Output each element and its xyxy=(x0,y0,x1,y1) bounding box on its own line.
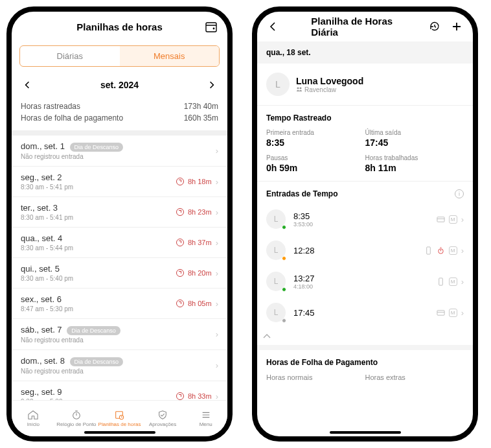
entry-time: 13:27 xyxy=(293,274,437,283)
rest-badge: Dia de Descanso xyxy=(67,326,120,335)
clock-icon xyxy=(176,208,184,216)
phone-left: Planilhas de horas Diárias Mensais set. … xyxy=(6,6,233,442)
day-row[interactable]: sáb., set. 7 Dia de DescansoNão registro… xyxy=(12,319,227,350)
day-sub: Não registrou entrada xyxy=(21,368,216,375)
team-icon xyxy=(296,86,303,93)
day-name: qua., set. 4 xyxy=(21,233,176,243)
day-row[interactable]: qua., set. 48:30 am - 5:44 pm8h 37m› xyxy=(12,228,227,258)
month-label: set. 2024 xyxy=(100,80,139,90)
day-name: ter., set. 3 xyxy=(21,203,176,213)
page-title: Planilha de Horas Diária xyxy=(311,16,419,38)
day-row[interactable]: ter., set. 38:30 am - 5:41 pm8h 23m› xyxy=(12,197,227,228)
day-row[interactable]: sex., set. 68:47 am - 5:30 pm8h 05m› xyxy=(12,289,227,319)
tab-menu[interactable]: Menu xyxy=(184,401,227,436)
chevron-right-icon: › xyxy=(461,215,464,224)
tracked-hours-value: 173h 40m xyxy=(184,102,218,111)
phone-icon xyxy=(437,277,445,286)
break-icon xyxy=(437,246,445,255)
svg-line-14 xyxy=(435,27,436,27)
day-name: sex., set. 6 xyxy=(21,294,176,304)
svg-point-18 xyxy=(300,88,302,89)
time-entry[interactable]: L 17:45 M› xyxy=(257,297,473,328)
day-name: dom., set. 1 Dia de Descanso xyxy=(21,141,216,152)
entry-time: 17:45 xyxy=(293,308,437,318)
tab-home[interactable]: Início xyxy=(12,401,55,436)
time-entry[interactable]: L 8:35 3:53:00 M› xyxy=(257,204,473,235)
tab-monthly[interactable]: Mensais xyxy=(120,46,220,66)
prev-month-icon[interactable] xyxy=(23,81,31,89)
tracked-time-title: Tempo Rastreado xyxy=(257,106,473,126)
svg-rect-0 xyxy=(206,23,216,32)
calendar-icon[interactable] xyxy=(204,19,218,34)
day-sub: Não registrou entrada xyxy=(21,336,216,344)
user-name: Luna Lovegood xyxy=(296,76,363,86)
svg-rect-19 xyxy=(437,217,444,221)
days-list: dom., set. 1 Dia de DescansoNão registro… xyxy=(12,136,227,400)
history-icon[interactable] xyxy=(428,19,442,34)
day-duration: 8h 33m xyxy=(188,392,212,400)
day-sub: 8:30 am - 5:41 pm xyxy=(21,183,176,191)
home-indicator xyxy=(84,431,155,434)
rest-badge: Dia de Descanso xyxy=(70,357,124,366)
first-entry-value: 8:35 xyxy=(266,137,365,148)
manual-badge: M xyxy=(449,277,457,286)
day-sub: 8:30 am - 5:40 pm xyxy=(21,275,176,282)
info-icon[interactable]: i xyxy=(455,189,464,198)
chevron-right-icon: › xyxy=(216,268,218,278)
stopwatch-icon xyxy=(70,410,83,420)
header-left: Planilhas de horas xyxy=(12,12,227,41)
payroll-section: Horas de Folha de Pagamento Horas normai… xyxy=(257,345,473,384)
day-name: qui., set. 5 xyxy=(21,264,176,274)
next-month-icon[interactable] xyxy=(208,81,216,89)
status-dot xyxy=(282,287,286,292)
phone-right: Planilha de Horas Diária qua., 18 set. L… xyxy=(252,6,478,442)
day-sub: 8:30 am - 5:41 pm xyxy=(21,214,176,221)
clock-icon xyxy=(176,392,184,400)
rest-badge: Dia de Descanso xyxy=(70,143,124,152)
entry-duration: 4:18:00 xyxy=(293,283,437,290)
clock-icon xyxy=(176,300,184,307)
svg-rect-25 xyxy=(439,277,442,285)
status-dot xyxy=(282,318,286,323)
add-icon[interactable] xyxy=(450,19,464,34)
svg-point-3 xyxy=(73,412,80,419)
entry-time: 8:35 xyxy=(293,211,437,221)
day-row[interactable]: dom., set. 8 Dia de DescansoNão registro… xyxy=(12,350,227,381)
entry-avatar: L xyxy=(266,209,286,229)
user-team: Ravenclaw xyxy=(296,86,363,93)
manual-badge: M xyxy=(449,215,457,224)
clock-icon xyxy=(176,239,184,246)
phone-icon xyxy=(424,246,433,255)
clock-icon xyxy=(176,269,184,277)
time-entry[interactable]: L 12:28 M› xyxy=(257,235,473,266)
day-sub: 8:30 am - 5:44 pm xyxy=(21,244,176,252)
back-icon[interactable] xyxy=(266,19,280,34)
day-sub: 8:47 am - 5:30 pm xyxy=(21,305,176,312)
day-name: seg., set. 2 xyxy=(21,172,176,182)
tab-daily[interactable]: Diárias xyxy=(20,46,120,66)
breaks-value: 0h 59m xyxy=(266,163,365,173)
collapse-toggle[interactable] xyxy=(257,328,473,345)
chevron-right-icon: › xyxy=(461,246,464,255)
chevron-right-icon: › xyxy=(216,177,218,187)
day-row[interactable]: qui., set. 58:30 am - 5:40 pm8h 20m› xyxy=(12,258,227,289)
manual-badge: M xyxy=(449,309,457,317)
day-row[interactable]: dom., set. 1 Dia de DescansoNão registro… xyxy=(12,136,227,167)
entry-avatar: L xyxy=(266,303,286,322)
worked-label: Horas trabalhadas xyxy=(365,154,464,161)
day-duration: 8h 20m xyxy=(188,269,212,277)
svg-point-2 xyxy=(213,28,215,30)
stats-grid: Primeira entrada 8:35 Última saída 17:45… xyxy=(257,126,473,182)
time-entry[interactable]: L 13:27 4:18:00 M› xyxy=(257,266,473,297)
menu-icon xyxy=(200,410,212,420)
page-title: Planilhas de horas xyxy=(76,21,163,32)
entry-time: 12:28 xyxy=(293,246,424,255)
day-row[interactable]: seg., set. 99:30 am - 5:30 pm8h 33m› xyxy=(12,381,227,400)
segmented-control: Diárias Mensais xyxy=(19,45,220,67)
breaks-label: Pausas xyxy=(266,154,365,161)
user-row[interactable]: L Luna Lovegood Ravenclaw xyxy=(257,64,473,106)
day-sub: 9:30 am - 5:30 pm xyxy=(21,398,176,400)
payroll-hours-value: 160h 35m xyxy=(184,113,218,123)
day-row[interactable]: seg., set. 28:30 am - 5:41 pm8h 18m› xyxy=(12,167,227,197)
day-name: dom., set. 8 Dia de Descanso xyxy=(21,356,216,366)
